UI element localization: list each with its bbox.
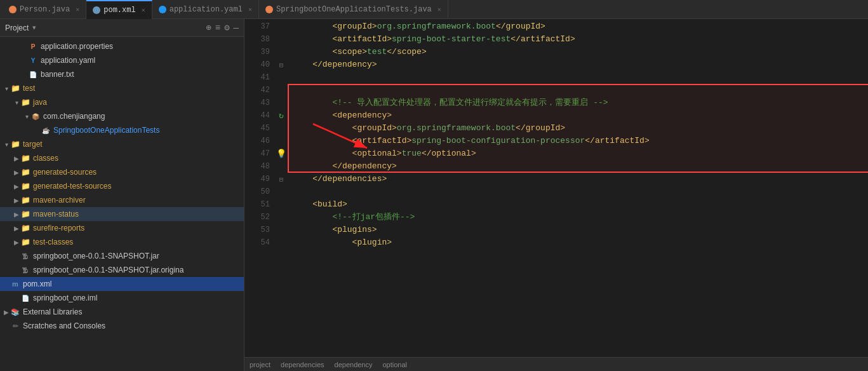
txt-icon: 📄 <box>28 70 38 79</box>
line-num-49: 49 <box>261 173 270 186</box>
tree-item-package[interactable]: ▾ 📦 com.chenjiangang <box>0 109 244 123</box>
status-optional: optional <box>383 361 408 368</box>
tree-item-app-yaml[interactable]: Y application.yaml <box>0 53 244 67</box>
banner-label: banner.txt <box>41 70 74 79</box>
code-line-47: <optional>true</optional> <box>293 147 868 160</box>
close-sidebar-icon[interactable]: — <box>234 23 239 33</box>
sidebar: Project ▾ ⊕ ≡ ⚙ — P application.properti… <box>0 19 244 371</box>
tab-yaml-label: application.yaml <box>170 5 243 14</box>
line-num-48: 48 <box>261 160 270 173</box>
gutter-43 <box>275 97 288 109</box>
sidebar-dropdown[interactable]: ▾ <box>32 24 36 32</box>
tree-item-jar2[interactable]: 🗜 springboot_one-0.0.1-SNAPSHOT.jar.orig… <box>0 263 244 277</box>
code-line-53: <plugins> <box>293 224 868 236</box>
line-num-37: 37 <box>261 20 270 33</box>
gutter-39 <box>275 46 288 58</box>
tree-item-ext-lib[interactable]: ▶ 📚 External Libraries <box>0 305 244 319</box>
pom-label: pom.xml <box>23 280 51 288</box>
arrow-target: ▾ <box>3 141 10 148</box>
tree-item-test-classes[interactable]: ▶ 📁 test-classes <box>0 235 244 249</box>
java-icon <box>9 6 17 13</box>
tab-pom-close[interactable]: ✕ <box>142 6 145 14</box>
jar1-label: springboot_one-0.0.1-SNAPSHOT.jar <box>33 252 159 260</box>
editor-content: 37 38 39 40 41 42 43 44 45 46 47 48 49 5… <box>244 19 868 357</box>
gutter: ⊟ ↻ 💡 ⊟ <box>275 19 288 357</box>
code-lines[interactable]: <groupId>org.springframework.boot</group… <box>288 19 868 357</box>
tree-item-jar1[interactable]: 🗜 springboot_one-0.0.1-SNAPSHOT.jar <box>0 249 244 263</box>
tab-springtest[interactable]: SpringbootOneApplicationTests.java ✕ <box>259 0 448 19</box>
tree-item-surefire[interactable]: ▶ 📁 surefire-reports <box>0 221 244 235</box>
tab-pom-label: pom.xml <box>103 6 135 15</box>
package-icon: 📦 <box>30 112 41 121</box>
folder-surefire-icon: 📁 <box>20 224 30 233</box>
arrow-ext-lib: ▶ <box>3 309 10 316</box>
tree-item-gen-sources[interactable]: ▶ 📁 generated-sources <box>0 165 244 179</box>
gutter-41 <box>275 71 288 84</box>
tree-item-classes[interactable]: ▶ 📁 classes <box>0 151 244 165</box>
maven-status-label: maven-status <box>33 210 79 219</box>
status-project: project <box>250 361 270 368</box>
tree-item-banner[interactable]: 📄 banner.txt <box>0 67 244 81</box>
classes-label: classes <box>33 154 58 163</box>
tab-springtest-close[interactable]: ✕ <box>437 6 441 13</box>
scratches-icon: ✏ <box>10 321 20 330</box>
iml-label: springboot_one.iml <box>33 293 97 302</box>
tab-yaml-close[interactable]: ✕ <box>248 6 252 13</box>
collapse-icon[interactable]: ≡ <box>215 23 220 33</box>
folder-testclasses-icon: 📁 <box>20 238 30 246</box>
folder-maven-arch-icon: 📁 <box>20 196 30 205</box>
tree-item-target[interactable]: ▾ 📁 target <box>0 137 244 151</box>
line-num-53: 53 <box>261 224 270 236</box>
tab-pom[interactable]: pom.xml ✕ <box>86 0 152 19</box>
gutter-53 <box>275 224 288 236</box>
tree-item-pom[interactable]: m pom.xml <box>0 277 244 291</box>
tab-person-close[interactable]: ✕ <box>76 6 79 13</box>
tree-item-test[interactable]: ▾ 📁 test <box>0 81 244 95</box>
app-properties-label: application.properties <box>41 42 113 51</box>
scratches-label: Scratches and Consoles <box>23 321 105 330</box>
arrow-surefire: ▶ <box>13 225 20 232</box>
collapse-49[interactable]: ⊟ <box>279 175 284 184</box>
gutter-38 <box>275 33 288 46</box>
code-line-39: <scope>test</scope> <box>293 46 868 58</box>
tree-item-scratches[interactable]: ✏ Scratches and Consoles <box>0 319 244 333</box>
springtest-label: SpringbootOneApplicationTests <box>53 126 159 135</box>
tree-item-gen-test[interactable]: ▶ 📁 generated-test-sources <box>0 179 244 193</box>
surefire-label: surefire-reports <box>33 224 84 233</box>
bulb-icon[interactable]: 💡 <box>276 149 286 159</box>
line-num-46: 46 <box>261 135 270 147</box>
arrow-test-classes: ▶ <box>13 239 20 246</box>
sync-icon[interactable]: ↻ <box>279 111 284 121</box>
tab-yaml[interactable]: application.yaml ✕ <box>152 0 259 19</box>
pom-icon: m <box>10 280 20 288</box>
gutter-44[interactable]: ↻ <box>275 109 288 122</box>
tab-person[interactable]: Person.java ✕ <box>3 0 86 19</box>
code-line-52: <!--打jar包插件--> <box>293 211 868 224</box>
locate-icon[interactable]: ⊕ <box>206 22 211 33</box>
status-dependency: dependency <box>335 361 373 368</box>
gutter-50 <box>275 186 288 198</box>
editor: 37 38 39 40 41 42 43 44 45 46 47 48 49 5… <box>244 19 868 371</box>
code-line-37: <groupId>org.springframework.boot</group… <box>293 20 868 33</box>
line-num-40: 40 <box>261 58 270 71</box>
line-num-42: 42 <box>261 84 270 97</box>
tree-item-java[interactable]: ▾ 📁 java <box>0 95 244 109</box>
test-label: test <box>23 84 35 93</box>
code-line-41 <box>293 71 868 84</box>
highlighted-block: <!-- 导入配置文件处理器，配置文件进行绑定就会有提示，需要重启 --> <d… <box>293 84 868 173</box>
tree-item-springtest[interactable]: ☕ SpringbootOneApplicationTests <box>0 123 244 137</box>
tree-item-iml[interactable]: 📄 springboot_one.iml <box>0 291 244 305</box>
gutter-47[interactable]: 💡 <box>275 147 288 160</box>
tree-item-maven-status[interactable]: ▶ 📁 maven-status <box>0 207 244 221</box>
code-line-45: <groupId>org.springframework.boot</group… <box>293 122 868 135</box>
yaml-file-icon: Y <box>28 56 38 65</box>
collapse-40[interactable]: ⊟ <box>279 61 284 69</box>
line-num-51: 51 <box>261 198 270 211</box>
arrow-test: ▾ <box>3 85 10 92</box>
status-items: project dependencies dependency optional <box>250 361 407 368</box>
code-line-43: <!-- 导入配置文件处理器，配置文件进行绑定就会有提示，需要重启 --> <box>293 97 868 109</box>
tree-item-maven-arch[interactable]: ▶ 📁 maven-archiver <box>0 193 244 207</box>
settings-icon[interactable]: ⚙ <box>224 22 229 33</box>
tree-item-app-properties[interactable]: P application.properties <box>0 39 244 53</box>
arrow-gen-sources: ▶ <box>13 169 20 176</box>
